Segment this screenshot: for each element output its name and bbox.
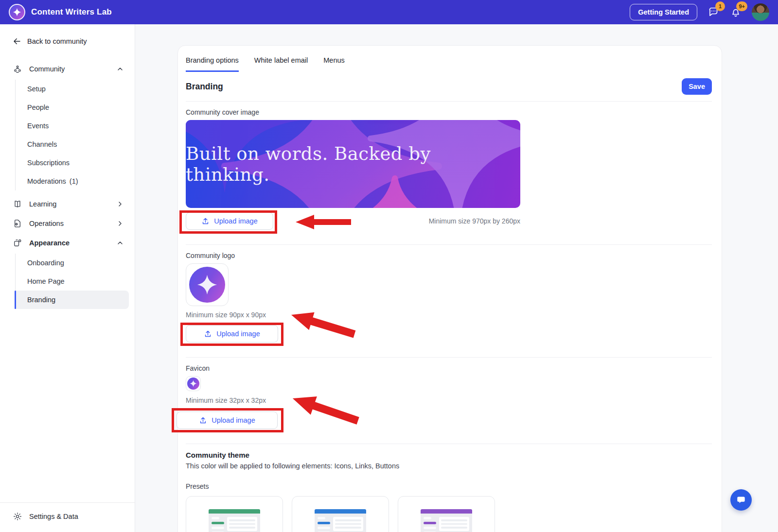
community-brand[interactable]: Content Writers Lab xyxy=(9,4,112,20)
branding-settings-card: Branding options White label email Menus… xyxy=(177,45,722,532)
community-icon xyxy=(13,64,22,74)
theme-preset-green[interactable] xyxy=(186,496,283,532)
annotation-arrow-cover xyxy=(295,214,352,230)
sidebar-section-appearance[interactable]: Appearance xyxy=(8,233,129,253)
user-avatar[interactable] xyxy=(752,3,769,21)
messages-badge: 1 xyxy=(715,1,725,11)
branding-tabs: Branding options White label email Menus xyxy=(178,46,722,72)
back-to-community-link[interactable]: Back to community xyxy=(0,24,135,54)
annotation-arrow-favicon xyxy=(288,388,362,431)
upload-icon xyxy=(201,217,210,225)
sidebar-section-learning[interactable]: Learning xyxy=(8,194,129,214)
community-logo-image xyxy=(189,267,225,303)
chevron-up-icon xyxy=(116,239,124,247)
cover-image-text: Built on words. Backed by thinking. xyxy=(186,120,520,208)
sidebar-section-community[interactable]: Community xyxy=(8,59,129,79)
topbar: Content Writers Lab Getting Started 1 9+ xyxy=(0,0,778,24)
page-title: Branding xyxy=(186,82,223,92)
community-theme-title: Community theme xyxy=(186,451,714,459)
sidebar-item-setup[interactable]: Setup xyxy=(16,80,129,98)
favicon-image xyxy=(187,378,199,390)
tab-white-label-email[interactable]: White label email xyxy=(254,56,308,72)
tab-menus[interactable]: Menus xyxy=(323,56,345,72)
logo-upload-image-button[interactable]: Upload image xyxy=(186,325,278,343)
chevron-right-icon xyxy=(116,220,124,227)
main-content: Branding options White label email Menus… xyxy=(135,24,778,532)
messages-button[interactable]: 1 xyxy=(707,6,720,18)
theme-presets-row xyxy=(186,496,714,532)
sidebar-section-operations[interactable]: Operations xyxy=(8,214,129,233)
moderations-count-badge: (1) xyxy=(70,177,78,185)
save-button[interactable]: Save xyxy=(682,78,712,95)
community-theme-section: Community theme This color will be appli… xyxy=(178,444,722,532)
theme-preset-thumbnail xyxy=(315,509,366,532)
favicon-min-size-text: Minimum size 32px x 32px xyxy=(186,396,714,404)
favicon-upload-image-button[interactable]: Upload image xyxy=(177,412,278,429)
community-cover-image: Built on words. Backed by thinking. xyxy=(186,120,520,208)
theme-preset-purple[interactable] xyxy=(398,496,495,532)
upload-icon xyxy=(204,330,212,338)
appearance-icon xyxy=(13,238,22,248)
sidebar-item-onboarding[interactable]: Onboarding xyxy=(16,254,129,272)
favicon-section: Favicon Minimum size 32px x 32px Upload … xyxy=(178,358,722,444)
sidebar-item-channels[interactable]: Channels xyxy=(16,135,129,154)
community-title: Content Writers Lab xyxy=(31,7,112,17)
community-logo-icon xyxy=(9,4,25,20)
cover-image-label: Community cover image xyxy=(186,108,714,116)
admin-sidebar: Back to community Community xyxy=(0,24,135,532)
sidebar-item-people[interactable]: People xyxy=(16,98,129,117)
chat-bubble-icon xyxy=(736,495,746,505)
community-logo-section: Community logo Minimum size 90px x 90px … xyxy=(178,245,722,357)
support-chat-launcher[interactable] xyxy=(730,489,752,511)
getting-started-button[interactable]: Getting Started xyxy=(630,4,697,20)
arrow-left-icon xyxy=(13,37,21,46)
learning-icon xyxy=(13,199,22,209)
sidebar-item-events[interactable]: Events xyxy=(16,117,129,135)
tab-branding-options[interactable]: Branding options xyxy=(186,56,239,72)
sidebar-item-moderations[interactable]: Moderations (1) xyxy=(16,172,129,190)
favicon-label: Favicon xyxy=(186,364,714,372)
sidebar-item-subscriptions[interactable]: Subscriptions xyxy=(16,154,129,172)
community-theme-description: This color will be applied to following … xyxy=(186,462,714,470)
theme-preset-thumbnail xyxy=(209,509,260,532)
notifications-badge: 9+ xyxy=(736,1,747,11)
sidebar-item-home-page[interactable]: Home Page xyxy=(16,272,129,291)
logo-min-size-text: Minimum size 90px x 90px xyxy=(186,311,714,319)
upload-icon xyxy=(199,416,207,425)
favicon-preview xyxy=(186,376,201,391)
chevron-right-icon xyxy=(116,200,124,208)
community-logo-label: Community logo xyxy=(186,252,714,259)
presets-label: Presets xyxy=(186,482,714,490)
cover-upload-image-button[interactable]: Upload image xyxy=(186,212,273,230)
theme-preset-blue[interactable] xyxy=(292,496,389,532)
cover-image-section: Community cover image xyxy=(178,102,722,244)
cover-min-size-text: Minimum size 970px by 260px xyxy=(429,217,520,225)
notifications-button[interactable]: 9+ xyxy=(729,6,742,18)
settings-and-data-link[interactable]: Settings & Data xyxy=(0,502,135,532)
theme-preset-thumbnail xyxy=(421,509,472,532)
chevron-up-icon xyxy=(116,65,124,73)
sidebar-item-branding[interactable]: Branding xyxy=(16,291,129,309)
community-logo-preview xyxy=(186,263,229,306)
gear-icon xyxy=(13,512,22,521)
operations-icon xyxy=(13,219,22,228)
